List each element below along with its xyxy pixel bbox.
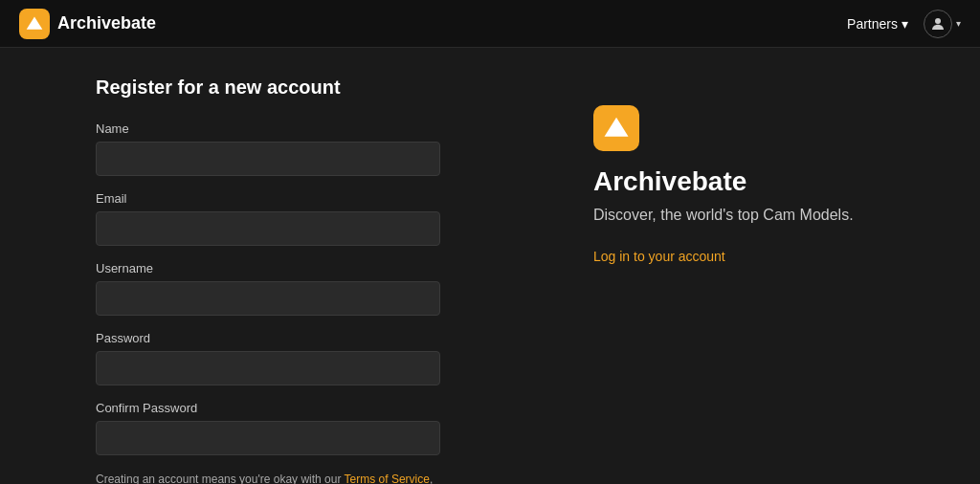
partners-chevron-icon: ▾: [902, 16, 908, 32]
brand-panel-logo: [593, 105, 639, 151]
brand-name: Archivebate: [57, 13, 156, 33]
terms-text: Creating an account means you're okay wi…: [96, 471, 440, 484]
password-field-group: Password: [96, 331, 440, 385]
brand-panel: Archivebate Discover, the world's top Ca…: [536, 48, 980, 484]
form-panel: Register for a new account Name Email Us…: [0, 48, 536, 484]
user-chevron-icon: ▾: [956, 18, 961, 29]
username-input[interactable]: [96, 281, 440, 316]
user-avatar-icon: [924, 10, 952, 38]
brand-panel-subtitle: Discover, the world's top Cam Models.: [593, 205, 923, 226]
name-label: Name: [96, 121, 440, 136]
confirm-password-label: Confirm Password: [96, 401, 440, 415]
confirm-password-input[interactable]: [96, 421, 440, 455]
form-title: Register for a new account: [96, 77, 440, 99]
name-field-group: Name: [96, 121, 440, 176]
partners-label: Partners: [847, 16, 898, 32]
svg-point-0: [935, 18, 941, 24]
brand: Archivebate: [19, 9, 156, 39]
login-link[interactable]: Log in to your account: [593, 249, 923, 264]
password-label: Password: [96, 331, 440, 345]
password-input[interactable]: [96, 351, 440, 385]
partners-dropdown[interactable]: Partners ▾: [847, 16, 908, 32]
user-menu[interactable]: ▾: [924, 10, 961, 38]
brand-panel-title: Archivebate: [593, 166, 923, 197]
terms-comma: ,: [430, 473, 433, 484]
confirm-password-field-group: Confirm Password: [96, 401, 440, 455]
brand-logo: [19, 9, 50, 39]
username-field-group: Username: [96, 261, 440, 316]
username-label: Username: [96, 261, 440, 275]
terms-prefix: Creating an account means you're okay wi…: [96, 473, 345, 484]
navbar: Archivebate Partners ▾ ▾: [0, 0, 980, 48]
main-content: Register for a new account Name Email Us…: [0, 48, 980, 484]
name-input[interactable]: [96, 142, 440, 176]
navbar-right: Partners ▾ ▾: [847, 10, 961, 38]
email-input[interactable]: [96, 211, 440, 246]
email-field-group: Email: [96, 191, 440, 246]
email-label: Email: [96, 191, 440, 206]
terms-of-service-link[interactable]: Terms of Service: [345, 473, 430, 484]
